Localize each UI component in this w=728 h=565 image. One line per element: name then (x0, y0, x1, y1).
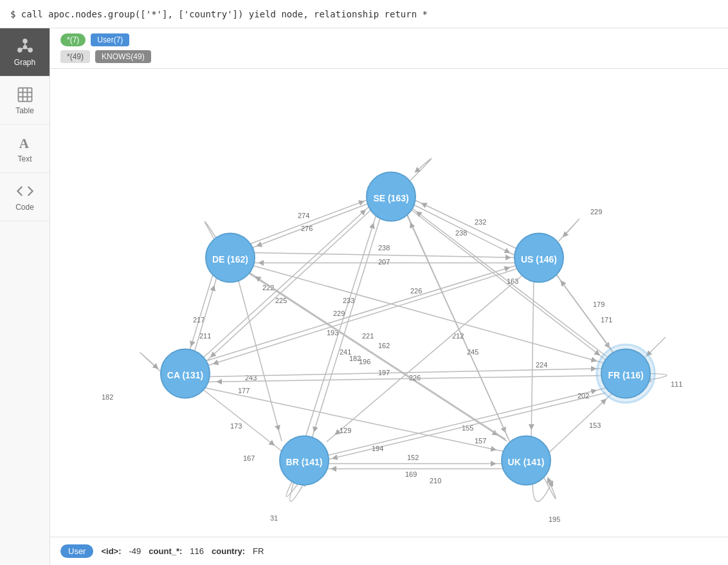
svg-text:171: 171 (601, 316, 612, 324)
svg-line-15 (412, 199, 520, 250)
svg-text:UK (141): UK (141) (508, 457, 545, 467)
svg-text:31: 31 (270, 514, 278, 522)
svg-text:224: 224 (536, 361, 547, 369)
svg-text:157: 157 (475, 437, 486, 445)
rels-count-badge[interactable]: *(49) (60, 50, 90, 63)
graph-area[interactable]: 232 238 274 276 225 222 (50, 69, 728, 537)
svg-line-71 (206, 376, 606, 382)
query-text: $ call apoc.nodes.group(['*'], ['country… (10, 9, 428, 19)
svg-text:167: 167 (243, 454, 255, 462)
svg-text:179: 179 (593, 301, 605, 308)
svg-line-25 (311, 214, 381, 443)
svg-text:229: 229 (333, 310, 345, 317)
status-country-label: country: (212, 546, 245, 556)
sidebar-graph-label: Graph (14, 58, 35, 67)
svg-text:FR (116): FR (116) (608, 370, 643, 380)
main-area: Graph Table A Text (0, 28, 728, 565)
sidebar-item-text[interactable]: A Text (0, 125, 50, 173)
legend-bar: *(7) User(7) *(49) KNOWS(49) (50, 28, 728, 69)
svg-line-31 (406, 213, 509, 440)
svg-text:SE (163): SE (163) (373, 193, 408, 203)
svg-text:US (146): US (146) (521, 254, 557, 264)
svg-text:152: 152 (407, 454, 419, 461)
svg-line-79 (322, 393, 606, 461)
svg-text:169: 169 (405, 470, 417, 478)
svg-line-77 (320, 388, 607, 458)
svg-text:233: 233 (343, 297, 354, 304)
status-bar: User <id>: -49 count_*: 116 country: FR (50, 537, 728, 565)
nodes-count-badge[interactable]: *(7) (60, 33, 86, 46)
svg-text:194: 194 (372, 445, 383, 452)
svg-line-47 (248, 273, 507, 441)
svg-text:229: 229 (590, 208, 602, 216)
svg-text:A: A (19, 136, 29, 151)
sidebar-code-label: Code (15, 203, 34, 212)
svg-text:197: 197 (378, 369, 390, 376)
sidebar-item-table[interactable]: Table (0, 77, 50, 125)
svg-text:153: 153 (589, 421, 601, 429)
svg-text:207: 207 (378, 258, 390, 266)
svg-line-19 (248, 198, 374, 245)
svg-line-21 (203, 207, 375, 365)
svg-text:276: 276 (301, 225, 313, 232)
svg-line-63 (554, 272, 615, 355)
svg-text:177: 177 (238, 387, 250, 394)
svg-line-67 (205, 388, 507, 452)
status-id-val: -49 (129, 546, 141, 556)
svg-line-37 (248, 253, 522, 258)
svg-rect-7 (18, 88, 32, 102)
svg-text:DE (162): DE (162) (212, 254, 248, 264)
svg-text:238: 238 (378, 244, 390, 252)
svg-line-65 (203, 390, 283, 452)
rels-type-badge[interactable]: KNOWS(49) (95, 50, 151, 63)
nodes-type-badge[interactable]: User(7) (91, 33, 129, 46)
svg-text:182: 182 (102, 393, 113, 401)
svg-text:232: 232 (475, 218, 486, 226)
svg-text:195: 195 (549, 515, 560, 523)
sidebar: Graph Table A Text (0, 28, 50, 565)
svg-line-5 (21, 48, 24, 49)
graph-icon (16, 37, 34, 55)
svg-text:243: 243 (245, 374, 257, 382)
app-container: $ call apoc.nodes.group(['*'], ['country… (0, 0, 728, 565)
svg-point-3 (23, 46, 26, 49)
svg-text:226: 226 (409, 374, 421, 382)
code-icon (16, 182, 34, 200)
rels-legend-row: *(49) KNOWS(49) (60, 50, 718, 63)
nodes-legend-row: *(7) User(7) (60, 33, 718, 46)
text-icon: A (16, 134, 34, 152)
svg-text:173: 173 (230, 422, 242, 430)
status-count-label: count_*: (149, 546, 182, 556)
svg-line-51 (248, 264, 607, 364)
query-bar: $ call apoc.nodes.group(['*'], ['country… (0, 0, 728, 28)
svg-text:129: 129 (340, 427, 351, 434)
svg-text:202: 202 (578, 392, 589, 400)
svg-line-81 (545, 392, 614, 456)
sidebar-table-label: Table (15, 106, 34, 115)
status-country-val: FR (253, 546, 264, 556)
svg-text:274: 274 (298, 212, 309, 219)
svg-text:BR (141): BR (141) (286, 457, 323, 467)
content-area: *(7) User(7) *(49) KNOWS(49) (50, 28, 728, 565)
svg-text:221: 221 (362, 332, 374, 340)
svg-text:CA (131): CA (131) (167, 370, 203, 380)
sidebar-text-label: Text (17, 154, 32, 163)
status-count-val: 116 (190, 546, 204, 556)
svg-line-6 (26, 48, 29, 49)
sidebar-item-code[interactable]: Code (0, 173, 50, 221)
svg-text:211: 211 (199, 332, 211, 340)
table-icon (16, 86, 34, 104)
svg-text:210: 210 (430, 477, 441, 485)
status-id-label: <id>: (101, 546, 121, 556)
sidebar-item-graph[interactable]: Graph (0, 28, 50, 77)
svg-text:111: 111 (671, 380, 682, 388)
status-type-badge: User (60, 544, 93, 558)
svg-text:162: 162 (378, 342, 390, 349)
svg-point-0 (23, 39, 27, 43)
svg-text:196: 196 (359, 358, 370, 366)
svg-text:238: 238 (455, 229, 467, 237)
svg-text:226: 226 (410, 287, 422, 295)
graph-svg: 232 238 274 276 225 222 (50, 69, 728, 537)
